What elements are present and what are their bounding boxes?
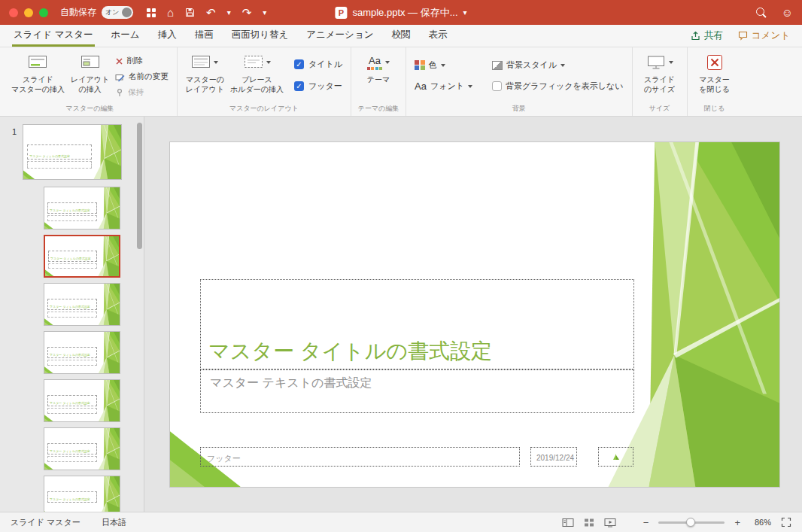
thumbnail-layout-7[interactable]: マスター タイトルの書式設定 [44,476,120,512]
rename-button[interactable]: 名前の変更 [115,71,169,82]
fonts-button[interactable]: Aa フォント [415,81,472,92]
preserve-label: 保持 [128,87,144,98]
subtitle-placeholder[interactable]: マスター テキストの書式設定 [200,369,634,413]
checkbox-checked-icon: ✓ [294,81,304,91]
thumbnail-layout-5[interactable]: マスター タイトルの書式設定 [44,379,120,422]
thumbnail-scrollbar[interactable] [137,123,142,249]
tab-transitions[interactable]: 画面切り替え [230,24,290,47]
checkbox-checked-icon: ✓ [294,59,304,69]
footer-placeholder[interactable]: フッター [200,447,520,467]
thumbnail-layout-1[interactable]: マスター タイトルの書式設定 [44,187,120,230]
colors-dropdown-icon [441,64,445,67]
main-area: 1 マスター タイトルの書式設定 マスター タイトルの書式設定 マスター タイト… [0,117,802,512]
comment-icon [738,31,748,41]
group-size: スライド のサイズ サイズ [632,47,687,116]
insert-layout-button[interactable]: レイアウト の挿入 [71,53,109,94]
share-button[interactable]: 共有 [691,29,723,42]
expand-view-icon[interactable] [781,517,791,527]
zoom-out-button[interactable]: − [643,517,649,528]
zoom-slider[interactable] [658,521,725,524]
slide-sorter-view-icon[interactable] [584,518,594,527]
feedback-smiley-icon[interactable]: ☺ [782,7,793,18]
close-master-button[interactable]: マスター を閉じる [696,53,734,94]
autosave-toggle[interactable]: オン [102,6,133,19]
master-layout-label: マスターの レイアウト [186,75,224,94]
tab-animations[interactable]: アニメーション [305,24,375,47]
undo-dropdown-icon[interactable]: ▾ [227,8,231,17]
slide-editor[interactable]: マスター タイトルの書式設定 マスター テキストの書式設定 フッター 2019/… [169,141,780,488]
normal-view-icon[interactable] [562,518,574,527]
tab-draw[interactable]: 描画 [193,24,215,47]
tab-home[interactable]: ホーム [110,24,141,47]
group-label-size: サイズ [633,104,687,114]
group-label-edit-theme: テーマの編集 [351,104,406,114]
group-label-background: 背景 [406,104,632,114]
close-master-icon [706,54,723,71]
quick-access-dropdown-icon[interactable]: ▾ [263,8,266,17]
tab-view[interactable]: 表示 [427,24,448,47]
close-window-button[interactable] [9,8,18,17]
date-placeholder[interactable]: 2019/12/24 [530,447,577,467]
save-icon[interactable] [185,8,195,17]
thumbnail-master[interactable]: マスター タイトルの書式設定 [23,124,122,180]
master-layout-button[interactable]: マスターの レイアウト [186,53,224,94]
slide-size-label: スライド のサイズ [644,75,675,94]
group-background: 色 背景スタイル Aa フォント 背景グラフィックを表示しない 背景 [406,47,632,116]
hide-background-graphics-checkbox[interactable]: 背景グラフィックを表示しない [492,81,624,92]
group-edit-master: スライド マスターの挿入 レイアウト の挿入 削除 名前の変更 保持 マスターの… [3,47,177,116]
home-icon[interactable]: ⌂ [167,7,174,18]
preserve-button[interactable]: 保持 [115,87,169,98]
title-placeholder[interactable]: マスター タイトルの書式設定 [200,279,634,369]
comments-button[interactable]: コメント [738,29,790,42]
app-grid-icon[interactable] [147,8,156,17]
statusbar: スライド マスター 日本語 − + 86% [0,512,802,532]
slideshow-view-icon[interactable] [604,518,616,527]
footer-checkbox[interactable]: ✓ フッター [294,81,342,92]
document-title: sample.pptx — 保存中... [352,6,457,20]
redo-icon[interactable]: ↷ [242,7,252,18]
zoom-in-button[interactable]: + [734,517,740,528]
thumbnail-layout-3[interactable]: マスター タイトルの書式設定 [44,283,120,326]
thumbnail-layout-2-selected[interactable]: マスター タイトルの書式設定 [44,235,120,278]
search-icon[interactable] [756,8,767,18]
tab-insert[interactable]: 挿入 [156,24,178,47]
delete-button[interactable]: 削除 [115,56,169,66]
tab-slide-master[interactable]: スライド マスター [12,24,95,47]
minimize-window-button[interactable] [24,8,33,17]
slide-canvas: マスター タイトルの書式設定 マスター テキストの書式設定 フッター 2019/… [144,117,802,512]
undo-icon[interactable]: ↶ [206,7,216,18]
zoom-slider-knob[interactable] [686,518,695,527]
tab-review[interactable]: 校閲 [390,24,412,47]
insert-layout-icon [81,55,100,70]
title-checkbox-label: タイトル [308,59,342,70]
insert-placeholder-button[interactable]: プレース ホルダーの挿入 [230,53,284,94]
theme-icon: Aa [367,56,383,70]
zoom-percentage[interactable]: 86% [750,518,771,527]
share-icon [691,31,700,41]
slide-number-placeholder[interactable] [598,447,633,467]
background-styles-button[interactable]: 背景スタイル [492,59,624,71]
zoom-window-button[interactable] [39,8,48,17]
ribbon: スライド マスターの挿入 レイアウト の挿入 削除 名前の変更 保持 マスターの… [0,47,802,117]
colors-button[interactable]: 色 [415,59,472,71]
group-close: マスター を閉じる 閉じる [687,47,742,116]
title-dropdown-icon[interactable]: ▾ [463,8,467,17]
title-checkbox[interactable]: ✓ タイトル [294,59,342,70]
slide-size-icon [646,55,666,70]
group-master-layout: マスターの レイアウト プレース ホルダーの挿入 ✓ タイトル ✓ フッター マ… [177,47,351,116]
insert-placeholder-label: プレース ホルダーの挿入 [230,75,284,94]
master-layout-dropdown-icon [214,61,218,64]
thumbnail-layout-6[interactable]: マスター タイトルの書式設定 [44,427,120,470]
themes-button[interactable]: Aa テーマ [360,53,397,85]
insert-slide-master-button[interactable]: スライド マスターの挿入 [11,53,65,94]
ribbon-tabbar: スライド マスター ホーム 挿入 描画 画面切り替え アニメーション 校閲 表示… [0,25,802,47]
slide-size-button[interactable]: スライド のサイズ [641,53,679,94]
colors-icon [415,60,425,71]
statusbar-language[interactable]: 日本語 [102,517,126,528]
slide-master-icon [28,55,47,70]
close-master-label: マスター を閉じる [699,75,730,94]
delete-label: 削除 [127,56,143,66]
thumbnail-layout-4[interactable]: マスター タイトルの書式設定 [44,331,120,374]
insert-slide-master-label: スライド マスターの挿入 [11,75,65,94]
autosave-state-label: オン [105,8,119,17]
